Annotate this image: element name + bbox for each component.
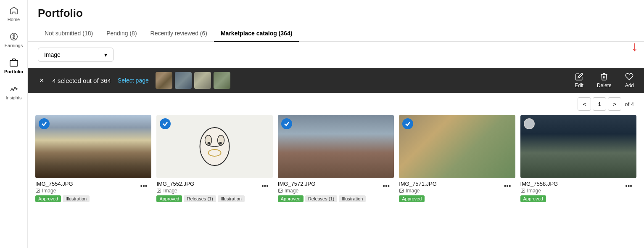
checkmark-icon <box>284 121 290 127</box>
selection-count: 4 selected out of 364 <box>53 77 111 84</box>
edit-button[interactable]: Edit <box>575 72 583 88</box>
selection-info: 4 selected out of 364 Select page <box>53 72 568 89</box>
image-type-icon <box>520 188 525 193</box>
card-footer-2: IMG_7552.JPG Image Approved Releases (1)… <box>156 178 272 202</box>
more-options-button-4[interactable]: ••• <box>502 181 513 192</box>
delete-button[interactable]: Delete <box>597 72 612 88</box>
image-type-icon <box>399 188 404 193</box>
image-type-5: Image <box>520 188 636 194</box>
prev-page-button[interactable]: < <box>578 97 591 111</box>
select-checkbox-1[interactable] <box>39 118 50 129</box>
illustration-tag: Illustration <box>339 195 366 202</box>
page-title: Portfolio <box>38 7 634 20</box>
image-filename-4: IMG_7571.JPG <box>399 181 515 187</box>
tab-marketplace-catalog[interactable]: Marketplace catalog (364) <box>214 26 299 42</box>
image-card-5: IMG_7558.JPG Image Approved ••• <box>520 115 636 202</box>
page-header: Portfolio <box>28 0 644 26</box>
select-checkbox-5[interactable] <box>524 118 535 129</box>
image-filename-3: IMG_7572.JPG <box>278 181 394 187</box>
delete-icon <box>600 72 608 81</box>
thumb-preview-1 <box>156 72 172 89</box>
releases-tag: Releases (1) <box>184 195 216 202</box>
image-type-4: Image <box>399 188 515 194</box>
illustration-tag: Illustration <box>218 195 245 202</box>
more-options-button-3[interactable]: ••• <box>381 181 391 192</box>
image-type-icon <box>156 188 161 193</box>
sidebar-item-home[interactable]: Home <box>0 0 27 26</box>
select-page-link[interactable]: Select page <box>118 77 149 84</box>
main-content: Portfolio Not submitted (18) Pending (8)… <box>28 0 644 248</box>
add-icon <box>625 72 633 81</box>
image-tags-1: Approved Illustration <box>35 195 151 202</box>
pagination-row: < 1 > of 4 <box>28 93 644 115</box>
svg-point-2 <box>11 89 13 90</box>
close-selection-button[interactable]: × <box>38 75 46 87</box>
card-info-2: IMG_7552.JPG Image Approved Releases (1)… <box>156 178 272 202</box>
image-type-2: Image <box>156 188 272 194</box>
svg-point-5 <box>16 88 17 90</box>
approved-tag: Approved <box>520 195 546 202</box>
add-button[interactable]: Add ↓ <box>625 72 634 88</box>
checkmark-icon <box>41 121 47 127</box>
checkmark-icon <box>162 121 168 127</box>
next-page-button[interactable]: > <box>608 97 621 111</box>
card-footer-5: IMG_7558.JPG Image Approved ••• <box>520 178 636 202</box>
image-card-4: IMG_7571.JPG Image Approved ••• <box>399 115 515 202</box>
selection-bar: × 4 selected out of 364 Select page <box>28 68 644 93</box>
thumb-preview-4 <box>214 72 230 89</box>
type-filter-dropdown[interactable]: Image ▾ <box>38 48 113 62</box>
image-tags-3: Approved Releases (1) Illustration <box>278 195 394 202</box>
more-options-button-2[interactable]: ••• <box>260 181 270 192</box>
svg-rect-1 <box>10 61 17 67</box>
tab-pending[interactable]: Pending (8) <box>100 26 143 42</box>
svg-point-13 <box>219 142 222 144</box>
illustration-2 <box>156 115 272 178</box>
image-thumb-4[interactable] <box>399 115 515 178</box>
tab-not-submitted[interactable]: Not submitted (18) <box>38 26 100 42</box>
image-type-icon <box>278 188 283 193</box>
select-checkbox-3[interactable] <box>281 118 292 129</box>
sidebar-item-insights[interactable]: Insights <box>0 78 27 104</box>
sidebar-item-label: Earnings <box>5 43 23 48</box>
svg-point-19 <box>401 190 401 191</box>
chevron-down-icon: ▾ <box>104 51 107 58</box>
more-options-button-1[interactable]: ••• <box>139 181 149 192</box>
image-card-2: IMG_7552.JPG Image Approved Releases (1)… <box>156 115 272 202</box>
sidebar-item-label: Portfolio <box>4 69 23 74</box>
tab-recently-reviewed[interactable]: Recently reviewed (6) <box>144 26 214 42</box>
approved-tag: Approved <box>278 195 304 202</box>
sidebar-item-label: Home <box>8 17 20 22</box>
bar-actions: Edit Delete Add <box>575 72 634 88</box>
filter-row: Image ▾ <box>28 42 644 68</box>
sidebar-item-portfolio[interactable]: Portfolio <box>0 52 27 78</box>
image-filename-2: IMG_7552.JPG <box>156 181 272 187</box>
card-info-3: IMG_7572.JPG Image Approved Releases (1)… <box>278 178 394 202</box>
thumb-previews <box>156 72 230 89</box>
image-filename-1: IMG_7554.JPG <box>35 181 151 187</box>
image-type-1: Image <box>35 188 151 194</box>
svg-point-15 <box>158 190 159 191</box>
thumb-preview-2 <box>175 72 192 89</box>
card-info-1: IMG_7554.JPG Image Approved Illustration <box>35 178 151 202</box>
svg-point-7 <box>37 190 38 191</box>
thumb-preview-3 <box>194 72 211 89</box>
image-thumb-1[interactable] <box>35 115 151 178</box>
page-1-button[interactable]: 1 <box>593 97 606 111</box>
image-tags-5: Approved <box>520 195 636 202</box>
image-thumb-5[interactable] <box>520 115 636 178</box>
sidebar-item-earnings[interactable]: Earnings <box>0 26 27 52</box>
svg-point-17 <box>279 190 280 191</box>
svg-point-4 <box>14 87 16 88</box>
approved-tag: Approved <box>35 195 61 202</box>
more-options-button-5[interactable]: ••• <box>623 181 634 192</box>
checkmark-icon <box>405 121 411 127</box>
select-checkbox-4[interactable] <box>402 118 413 129</box>
approved-tag: Approved <box>156 195 182 202</box>
image-type-icon <box>35 188 40 193</box>
content-area: Image ▾ × 4 selected out of 364 Select p… <box>28 42 644 248</box>
image-card-3: IMG_7572.JPG Image Approved Releases (1)… <box>278 115 394 202</box>
svg-point-12 <box>208 142 210 144</box>
image-thumb-3[interactable] <box>278 115 394 178</box>
edit-icon <box>575 72 583 81</box>
image-thumb-2[interactable] <box>156 115 272 178</box>
